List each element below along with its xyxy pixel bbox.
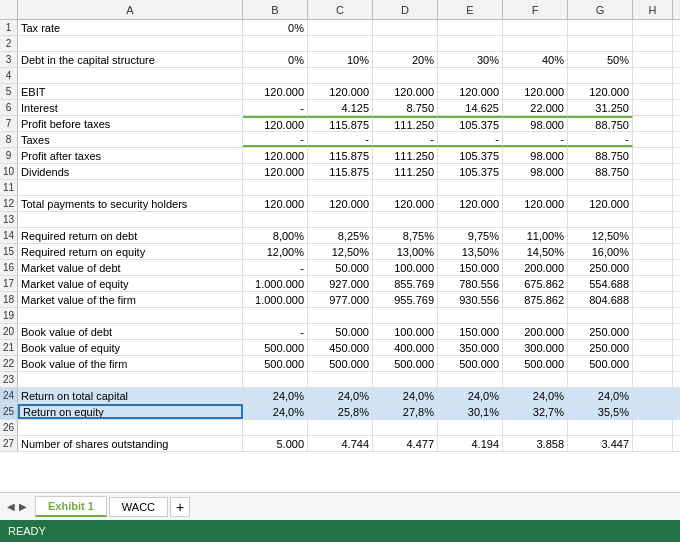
cell-11-c[interactable] (308, 180, 373, 195)
cell-8-c[interactable]: - (308, 132, 373, 147)
cell-9-g[interactable]: 88.750 (568, 148, 633, 163)
cell-22-d[interactable]: 500.000 (373, 356, 438, 371)
nav-arrows[interactable]: ◀ ▶ (5, 501, 29, 512)
cell-23-d[interactable] (373, 372, 438, 387)
cell-21-g[interactable]: 250.000 (568, 340, 633, 355)
cell-6-b[interactable]: - (243, 100, 308, 115)
cell-12-d[interactable]: 120.000 (373, 196, 438, 211)
cell-2-d[interactable] (373, 36, 438, 51)
cell-18-c[interactable]: 977.000 (308, 292, 373, 307)
cell-16-d[interactable]: 100.000 (373, 260, 438, 275)
cell-13-d[interactable] (373, 212, 438, 227)
cell-18-a[interactable]: Market value of the firm (18, 292, 243, 307)
cell-12-f[interactable]: 120.000 (503, 196, 568, 211)
cell-23-f[interactable] (503, 372, 568, 387)
cell-26-d[interactable] (373, 420, 438, 435)
cell-9-c[interactable]: 115.875 (308, 148, 373, 163)
cell-20-a[interactable]: Book value of debt (18, 324, 243, 339)
cell-23-c[interactable] (308, 372, 373, 387)
cell-16-a[interactable]: Market value of debt (18, 260, 243, 275)
cell-15-c[interactable]: 12,50% (308, 244, 373, 259)
cell-12-c[interactable]: 120.000 (308, 196, 373, 211)
cell-27-b[interactable]: 5.000 (243, 436, 308, 451)
cell-7-e[interactable]: 105.375 (438, 116, 503, 131)
cell-11-g[interactable] (568, 180, 633, 195)
cell-27-d[interactable]: 4.477 (373, 436, 438, 451)
cell-15-g[interactable]: 16,00% (568, 244, 633, 259)
cell-27-a[interactable]: Number of shares outstanding (18, 436, 243, 451)
cell-27-e[interactable]: 4.194 (438, 436, 503, 451)
cell-24-b[interactable]: 24,0% (243, 388, 308, 403)
cell-23-b[interactable] (243, 372, 308, 387)
cell-13-f[interactable] (503, 212, 568, 227)
cell-18-d[interactable]: 955.769 (373, 292, 438, 307)
cell-17-a[interactable]: Market value of equity (18, 276, 243, 291)
cell-16-g[interactable]: 250.000 (568, 260, 633, 275)
cell-13-b[interactable] (243, 212, 308, 227)
cell-20-g[interactable]: 250.000 (568, 324, 633, 339)
cell-10-e[interactable]: 105.375 (438, 164, 503, 179)
cell-22-c[interactable]: 500.000 (308, 356, 373, 371)
cell-10-a[interactable]: Dividends (18, 164, 243, 179)
cell-3-g[interactable]: 50% (568, 52, 633, 67)
cell-1-b[interactable]: 0% (243, 20, 308, 35)
cell-5-e[interactable]: 120.000 (438, 84, 503, 99)
cell-16-f[interactable]: 200.000 (503, 260, 568, 275)
cell-12-g[interactable]: 120.000 (568, 196, 633, 211)
cell-17-d[interactable]: 855.769 (373, 276, 438, 291)
cell-13-g[interactable] (568, 212, 633, 227)
cell-18-g[interactable]: 804.688 (568, 292, 633, 307)
cell-8-f[interactable]: - (503, 132, 568, 147)
cell-5-b[interactable]: 120.000 (243, 84, 308, 99)
cell-20-f[interactable]: 200.000 (503, 324, 568, 339)
cell-4-d[interactable] (373, 68, 438, 83)
cell-26-e[interactable] (438, 420, 503, 435)
cell-20-c[interactable]: 50.000 (308, 324, 373, 339)
cell-6-c[interactable]: 4.125 (308, 100, 373, 115)
cell-25-g[interactable]: 35,5% (568, 404, 633, 419)
cell-23-g[interactable] (568, 372, 633, 387)
cell-22-b[interactable]: 500.000 (243, 356, 308, 371)
cell-17-f[interactable]: 675.862 (503, 276, 568, 291)
cell-4-g[interactable] (568, 68, 633, 83)
cell-15-f[interactable]: 14,50% (503, 244, 568, 259)
cell-5-g[interactable]: 120.000 (568, 84, 633, 99)
cell-26-g[interactable] (568, 420, 633, 435)
cell-14-f[interactable]: 11,00% (503, 228, 568, 243)
cell-2-b[interactable] (243, 36, 308, 51)
cell-3-e[interactable]: 30% (438, 52, 503, 67)
cell-10-f[interactable]: 98.000 (503, 164, 568, 179)
cell-19-g[interactable] (568, 308, 633, 323)
cell-26-a[interactable] (18, 420, 243, 435)
cell-5-a[interactable]: EBIT (18, 84, 243, 99)
cell-4-e[interactable] (438, 68, 503, 83)
cell-21-b[interactable]: 500.000 (243, 340, 308, 355)
cell-4-a[interactable] (18, 68, 243, 83)
cell-9-d[interactable]: 111.250 (373, 148, 438, 163)
cell-12-e[interactable]: 120.000 (438, 196, 503, 211)
cell-24-d[interactable]: 24,0% (373, 388, 438, 403)
cell-26-b[interactable] (243, 420, 308, 435)
cell-14-e[interactable]: 9,75% (438, 228, 503, 243)
cell-7-c[interactable]: 115.875 (308, 116, 373, 131)
cell-3-d[interactable]: 20% (373, 52, 438, 67)
cell-2-a[interactable] (18, 36, 243, 51)
cell-4-b[interactable] (243, 68, 308, 83)
cell-18-f[interactable]: 875.862 (503, 292, 568, 307)
cell-2-g[interactable] (568, 36, 633, 51)
cell-15-b[interactable]: 12,00% (243, 244, 308, 259)
cell-14-c[interactable]: 8,25% (308, 228, 373, 243)
cell-21-d[interactable]: 400.000 (373, 340, 438, 355)
cell-8-a[interactable]: Taxes (18, 132, 243, 147)
cell-8-b[interactable]: - (243, 132, 308, 147)
cell-23-a[interactable] (18, 372, 243, 387)
cell-5-d[interactable]: 120.000 (373, 84, 438, 99)
cell-7-d[interactable]: 111.250 (373, 116, 438, 131)
tab-wacc[interactable]: WACC (109, 497, 168, 517)
cell-8-e[interactable]: - (438, 132, 503, 147)
cell-9-a[interactable]: Profit after taxes (18, 148, 243, 163)
cell-12-b[interactable]: 120.000 (243, 196, 308, 211)
cell-14-a[interactable]: Required return on debt (18, 228, 243, 243)
cell-2-e[interactable] (438, 36, 503, 51)
cell-15-a[interactable]: Required return on equity (18, 244, 243, 259)
